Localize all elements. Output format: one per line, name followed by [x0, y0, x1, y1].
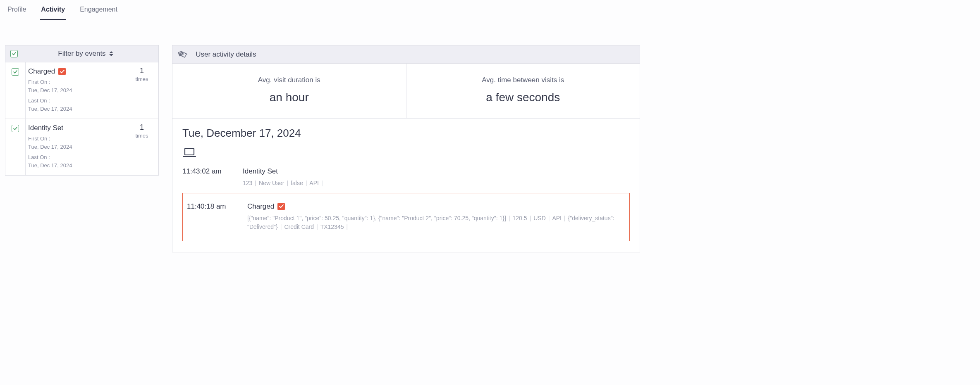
- stats-row: Avg. visit duration is an hour Avg. time…: [172, 64, 640, 119]
- event-name: Charged: [28, 67, 55, 76]
- activity-details-panel: User activity details Avg. visit duratio…: [172, 45, 640, 252]
- activity-date-heading: Tue, December 17, 2024: [182, 127, 630, 140]
- event-last-on: Last On :Tue, Dec 17, 2024: [28, 97, 121, 113]
- event-count-label: times: [125, 76, 158, 82]
- stat-visit-duration: Avg. visit duration is an hour: [172, 64, 406, 118]
- event-first-on: First On :Tue, Dec 17, 2024: [28, 135, 121, 151]
- svg-rect-1: [185, 148, 194, 155]
- filter-event-row[interactable]: Identity SetFirst On :Tue, Dec 17, 2024L…: [5, 119, 158, 175]
- filter-all-checkbox[interactable]: [10, 50, 18, 57]
- tab-activity[interactable]: Activity: [40, 3, 66, 20]
- activity-event-highlighted[interactable]: 11:40:18 amCharged[{"name": "Product 1",…: [182, 193, 630, 241]
- event-count-label: times: [125, 133, 158, 139]
- event-time: 11:40:18 am: [187, 202, 235, 232]
- charged-badge-icon: [58, 68, 66, 75]
- event-detail-value: USD: [533, 215, 546, 221]
- event-checkbox[interactable]: [12, 125, 19, 132]
- filter-event-row[interactable]: ChargedFirst On :Tue, Dec 17, 2024Last O…: [5, 62, 158, 119]
- stat-label: Avg. visit duration is: [177, 76, 402, 84]
- event-count: 1: [125, 123, 158, 132]
- event-name: Identity Set: [28, 124, 63, 132]
- event-detail-value: API: [309, 180, 319, 186]
- event-first-on: First On :Tue, Dec 17, 2024: [28, 78, 121, 94]
- event-detail-line: [{"name": "Product 1", "price": 50.25, "…: [247, 214, 625, 232]
- stat-value: a few seconds: [411, 91, 636, 104]
- stat-label: Avg. time between visits is: [411, 76, 636, 84]
- filter-header-title: Filter by events: [58, 50, 105, 58]
- tag-icon: [178, 50, 188, 59]
- filter-header: Filter by events: [5, 45, 158, 62]
- event-detail-value: false: [291, 180, 303, 186]
- tab-engagement[interactable]: Engagement: [79, 3, 118, 20]
- event-detail-value: Credit Card: [284, 223, 314, 230]
- event-detail-value: 123: [243, 180, 252, 186]
- event-time: 11:43:02 am: [182, 167, 230, 188]
- sub-nav-tabs: Profile Activity Engagement: [5, 0, 640, 20]
- event-detail-value: [{"name": "Product 1", "price": 50.25, "…: [247, 215, 506, 221]
- event-detail-value: API: [552, 215, 562, 221]
- event-title: Charged: [247, 202, 274, 211]
- stat-time-between: Avg. time between visits is a few second…: [406, 64, 640, 118]
- tab-profile[interactable]: Profile: [7, 3, 27, 20]
- activity-event[interactable]: 11:43:02 amIdentity Set123|New User|fals…: [182, 160, 630, 192]
- event-detail-value: TX12345: [320, 223, 344, 230]
- sort-toggle-icon[interactable]: [109, 51, 113, 56]
- event-checkbox[interactable]: [12, 68, 19, 76]
- filter-by-events-panel: Filter by events ChargedFirst On :Tue, D…: [5, 45, 159, 176]
- event-detail-value: 120.5: [513, 215, 527, 221]
- laptop-icon: [182, 147, 630, 160]
- details-header-title: User activity details: [196, 50, 256, 59]
- event-title: Identity Set: [243, 167, 278, 176]
- stat-value: an hour: [177, 91, 402, 104]
- event-detail-value: New User: [259, 180, 284, 186]
- details-header: User activity details: [172, 45, 640, 64]
- event-last-on: Last On :Tue, Dec 17, 2024: [28, 153, 121, 169]
- charged-badge-icon: [277, 203, 285, 210]
- event-count: 1: [125, 67, 158, 75]
- event-detail-line: 123|New User|false|API|: [243, 179, 630, 188]
